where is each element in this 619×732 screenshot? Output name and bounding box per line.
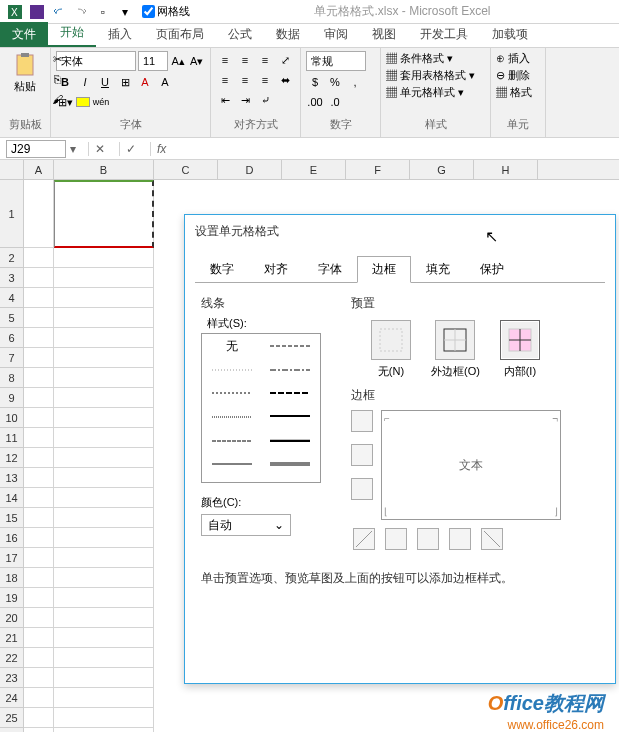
paste-button[interactable]: 粘贴: [5, 51, 45, 94]
row-header[interactable]: 4: [0, 288, 24, 308]
cell[interactable]: [24, 708, 54, 728]
increase-font-icon[interactable]: A▴: [170, 52, 187, 70]
align-bot-icon[interactable]: ≡: [256, 51, 274, 69]
style-opt[interactable]: [206, 456, 258, 472]
copy-icon[interactable]: ⎘: [48, 70, 66, 88]
decrease-font-icon[interactable]: A▾: [189, 52, 206, 70]
row-header[interactable]: 19: [0, 588, 24, 608]
cell[interactable]: [24, 668, 54, 688]
row-header[interactable]: 5: [0, 308, 24, 328]
cell[interactable]: [24, 608, 54, 628]
style-none[interactable]: 无: [206, 338, 258, 354]
cell-style-button[interactable]: ▦ 单元格样式 ▾: [386, 85, 485, 100]
cell[interactable]: [24, 180, 54, 248]
cell[interactable]: [54, 548, 154, 568]
cut-icon[interactable]: ✂: [48, 50, 66, 68]
cell[interactable]: [54, 288, 154, 308]
row-header[interactable]: 16: [0, 528, 24, 548]
align-mid-icon[interactable]: ≡: [236, 51, 254, 69]
cell[interactable]: [54, 408, 154, 428]
fx-icon[interactable]: fx: [150, 142, 172, 156]
row-header[interactable]: 23: [0, 668, 24, 688]
col-header-e[interactable]: E: [282, 160, 346, 179]
select-all-corner[interactable]: [0, 160, 24, 179]
tab-view[interactable]: 视图: [360, 22, 408, 47]
style-opt[interactable]: [264, 433, 316, 449]
cell[interactable]: [24, 288, 54, 308]
border-left-button[interactable]: [385, 528, 407, 550]
cell[interactable]: [54, 448, 154, 468]
row-header[interactable]: 20: [0, 608, 24, 628]
cell[interactable]: [54, 328, 154, 348]
font-size-combo[interactable]: [138, 51, 168, 71]
align-left-icon[interactable]: ≡: [216, 71, 234, 89]
col-header-g[interactable]: G: [410, 160, 474, 179]
style-opt[interactable]: [264, 456, 316, 472]
cell[interactable]: [54, 608, 154, 628]
cell[interactable]: [24, 728, 54, 732]
cell[interactable]: [54, 468, 154, 488]
align-right-icon[interactable]: ≡: [256, 71, 274, 89]
tab-file[interactable]: 文件: [0, 22, 48, 47]
cell[interactable]: [54, 348, 154, 368]
cell[interactable]: [54, 368, 154, 388]
row-header[interactable]: 17: [0, 548, 24, 568]
cell[interactable]: [54, 388, 154, 408]
row-header[interactable]: 8: [0, 368, 24, 388]
row-header[interactable]: 7: [0, 348, 24, 368]
tab-layout[interactable]: 页面布局: [144, 22, 216, 47]
save-icon[interactable]: [29, 4, 45, 20]
color-combo[interactable]: 自动 ⌄: [201, 514, 291, 536]
col-header-h[interactable]: H: [474, 160, 538, 179]
dlg-tab-protect[interactable]: 保护: [465, 256, 519, 283]
cell[interactable]: [54, 588, 154, 608]
row-header[interactable]: 1: [0, 180, 24, 248]
tab-review[interactable]: 审阅: [312, 22, 360, 47]
border-diag2-button[interactable]: [481, 528, 503, 550]
border-button[interactable]: ⊞: [116, 73, 134, 91]
cell[interactable]: [54, 528, 154, 548]
cell[interactable]: [54, 688, 154, 708]
cell[interactable]: [54, 508, 154, 528]
tab-addin[interactable]: 加载项: [480, 22, 540, 47]
cell[interactable]: [54, 728, 154, 732]
cell[interactable]: [54, 308, 154, 328]
name-box[interactable]: [6, 140, 66, 158]
insert-cells-button[interactable]: ⊕ 插入: [496, 51, 540, 66]
cell[interactable]: [24, 448, 54, 468]
row-header[interactable]: 9: [0, 388, 24, 408]
tab-data[interactable]: 数据: [264, 22, 312, 47]
style-opt[interactable]: [206, 362, 258, 378]
dec-dec-icon[interactable]: .0: [326, 93, 344, 111]
cell[interactable]: [54, 648, 154, 668]
orient-icon[interactable]: ⤢: [276, 51, 294, 69]
style-opt[interactable]: [264, 338, 316, 354]
indent-inc-icon[interactable]: ⇥: [236, 91, 254, 109]
border-diag1-button[interactable]: [353, 528, 375, 550]
wrap-icon[interactable]: ⤶: [256, 91, 274, 109]
style-opt[interactable]: [206, 433, 258, 449]
cell[interactable]: [24, 628, 54, 648]
font-name-combo[interactable]: [56, 51, 136, 71]
redo-icon[interactable]: [73, 4, 89, 20]
enter-fx-icon[interactable]: ✓: [119, 142, 142, 156]
row-header[interactable]: 14: [0, 488, 24, 508]
border-vmid-button[interactable]: [417, 528, 439, 550]
row-header[interactable]: 12: [0, 448, 24, 468]
delete-cells-button[interactable]: ⊖ 删除: [496, 68, 540, 83]
row-header[interactable]: 26: [0, 728, 24, 732]
line-style-picker[interactable]: 无: [201, 333, 321, 483]
cancel-fx-icon[interactable]: ✕: [88, 142, 111, 156]
row-header[interactable]: 25: [0, 708, 24, 728]
undo-icon[interactable]: [51, 4, 67, 20]
underline-button[interactable]: U: [96, 73, 114, 91]
row-header[interactable]: 11: [0, 428, 24, 448]
row-header[interactable]: 15: [0, 508, 24, 528]
dlg-tab-font[interactable]: 字体: [303, 256, 357, 283]
tab-home[interactable]: 开始: [48, 20, 96, 47]
cell[interactable]: [54, 488, 154, 508]
cell[interactable]: [24, 308, 54, 328]
row-header[interactable]: 22: [0, 648, 24, 668]
style-opt[interactable]: [206, 385, 258, 401]
number-format-combo[interactable]: [306, 51, 366, 71]
